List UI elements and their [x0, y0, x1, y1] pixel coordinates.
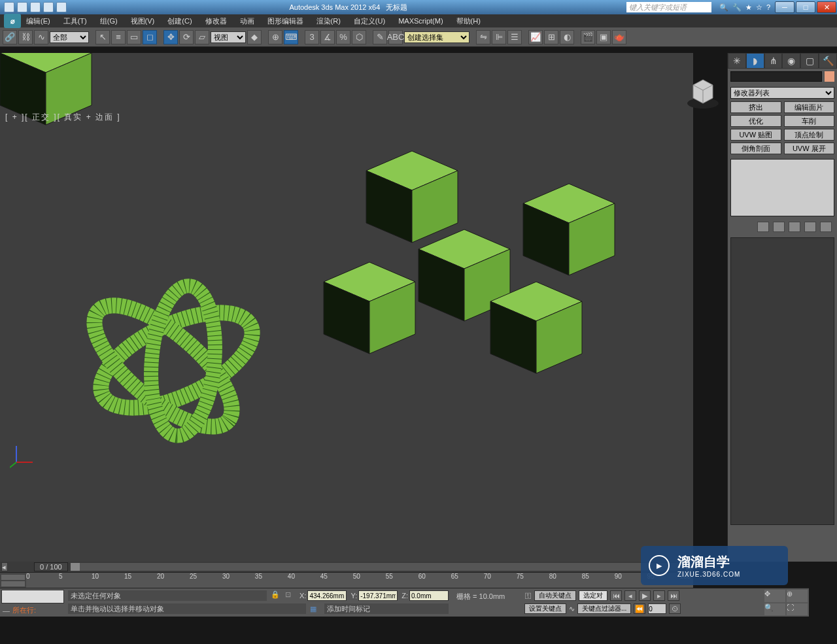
goto-start-icon[interactable]: ⏮	[610, 590, 622, 601]
menu-tools[interactable]: 工具(T)	[63, 16, 87, 26]
favorite-icon[interactable]: ☆	[756, 3, 762, 12]
next-frame-icon[interactable]: ▸	[653, 590, 665, 601]
align-icon[interactable]: ⊫	[492, 30, 506, 44]
prev-frame-icon[interactable]: ◂	[624, 590, 636, 601]
remove-mod-icon[interactable]	[804, 222, 816, 232]
tab-modify-icon[interactable]: ◗	[746, 53, 764, 69]
render-setup-icon[interactable]: 🎬	[581, 30, 595, 44]
set-key-button[interactable]: 设置关键点	[524, 603, 566, 614]
material-editor-icon[interactable]: ◐	[560, 30, 574, 44]
arc-rotate-icon[interactable]: ⊕	[787, 590, 808, 602]
new-icon[interactable]	[4, 2, 14, 12]
key-mode-icon[interactable]: ∿	[569, 605, 575, 613]
track-mini-icon[interactable]	[1, 575, 25, 580]
lock2-icon[interactable]: ⊡	[285, 590, 296, 601]
maximize-button[interactable]: □	[796, 1, 815, 13]
modifier-stack[interactable]	[730, 159, 834, 216]
rollout-area[interactable]	[730, 237, 834, 525]
select-name-icon[interactable]: ≡	[111, 30, 126, 44]
tab-hierarchy-icon[interactable]: ⋔	[764, 53, 783, 69]
redo-icon[interactable]	[56, 2, 67, 12]
manipulate-icon[interactable]: ⊕	[268, 30, 282, 44]
menu-graph[interactable]: 图形编辑器	[267, 16, 303, 26]
spinner-snap-icon[interactable]: ⬡	[352, 30, 366, 44]
keyboard-shortcuts-icon[interactable]: ⌨	[284, 30, 298, 44]
menu-create[interactable]: 创建(C)	[167, 16, 192, 26]
x-coord-input[interactable]	[307, 590, 347, 601]
mod-uvwunwrap-button[interactable]: UVW 展开	[784, 143, 835, 154]
pin-stack-icon[interactable]	[757, 222, 769, 232]
close-button[interactable]: ✕	[817, 1, 836, 13]
ref-coord-system[interactable]: 视图	[211, 31, 246, 43]
select-rect-icon[interactable]: ▭	[127, 30, 141, 44]
binoculars-icon[interactable]: 🔍	[719, 3, 728, 12]
search-input[interactable]: 键入关键字或短语	[626, 2, 711, 12]
help-icon[interactable]: ?	[766, 3, 770, 12]
maximize-viewport-icon[interactable]: ⛶	[787, 603, 808, 616]
track-filter-icon[interactable]	[1, 581, 25, 586]
select-icon[interactable]: ↖	[95, 30, 110, 44]
add-time-tag[interactable]: 添加时间标记	[324, 603, 449, 614]
z-coord-input[interactable]	[409, 590, 449, 601]
link-icon[interactable]: 🔗	[3, 30, 17, 44]
mod-extrude-button[interactable]: 挤出	[730, 101, 781, 113]
key-icon[interactable]: ⚿	[524, 592, 532, 600]
wrench-icon[interactable]: 🔧	[732, 3, 742, 12]
tab-utilities-icon[interactable]: 🔨	[819, 53, 837, 69]
pan-icon[interactable]: ✥	[764, 590, 785, 602]
menu-help[interactable]: 帮助(H)	[456, 16, 481, 26]
pivot-icon[interactable]: ◆	[247, 30, 262, 44]
tab-display-icon[interactable]: ▢	[800, 53, 819, 69]
tab-motion-icon[interactable]: ◉	[782, 53, 800, 69]
render-frame-icon[interactable]: ▣	[596, 30, 611, 44]
curve-editor-icon[interactable]: 📈	[528, 30, 543, 44]
lock-icon[interactable]: 🔒	[271, 590, 281, 601]
menu-view[interactable]: 视图(V)	[131, 16, 155, 26]
edit-named-sel-icon[interactable]: ✎	[373, 30, 387, 44]
configure-icon[interactable]	[820, 222, 832, 232]
tab-create-icon[interactable]: ✳	[728, 53, 746, 69]
log-icon[interactable]: ▦	[310, 605, 320, 613]
autokey-toggle-big[interactable]	[1, 590, 64, 603]
render-icon[interactable]: 🫖	[612, 30, 626, 44]
show-end-icon[interactable]	[773, 222, 785, 232]
zoom-icon[interactable]: 🔍	[764, 603, 785, 616]
save-icon[interactable]	[30, 2, 41, 12]
timeline-ruler[interactable]: 0510152025303540455055606570758085909510…	[26, 573, 693, 588]
menu-render[interactable]: 渲染(R)	[316, 16, 341, 26]
menu-modifier[interactable]: 修改器	[205, 16, 227, 26]
percent-snap-icon[interactable]: %	[336, 30, 350, 44]
named-sel-icon[interactable]: ABC	[388, 30, 403, 44]
undo-icon[interactable]	[43, 2, 54, 12]
rotate-icon[interactable]: ⟳	[179, 30, 194, 44]
named-selection-set[interactable]: 创建选择集	[404, 31, 470, 43]
open-icon[interactable]	[17, 2, 27, 12]
menu-maxscript[interactable]: MAXScript(M)	[398, 17, 443, 25]
mod-uvwmap-button[interactable]: UVW 贴图	[730, 129, 781, 141]
y-coord-input[interactable]	[358, 590, 398, 601]
mod-vertexpaint-button[interactable]: 顶点绘制	[784, 129, 835, 141]
minimize-button[interactable]: ─	[775, 1, 794, 13]
snap-toggle-icon[interactable]: 3	[305, 30, 319, 44]
viewcube-icon[interactable]	[683, 72, 723, 111]
goto-end-icon[interactable]: ⏭	[668, 590, 679, 601]
mod-lathe-button[interactable]: 车削	[784, 115, 835, 127]
mirror-icon[interactable]: ⇋	[476, 30, 490, 44]
star-icon[interactable]: ★	[745, 3, 752, 12]
modifier-list-dropdown[interactable]: 修改器列表	[730, 87, 834, 99]
viewport-label[interactable]: [ + ][ 正交 ][ 真实 + 边面 ]	[5, 112, 121, 123]
selection-filter[interactable]: 全部	[50, 31, 89, 43]
mod-editpatch-button[interactable]: 编辑面片	[784, 101, 835, 113]
scale-icon[interactable]: ▱	[195, 30, 209, 44]
frame-indicator[interactable]: 0 / 100	[34, 562, 68, 571]
selected-button[interactable]: 选定对	[579, 590, 607, 601]
auto-key-button[interactable]: 自动关键点	[534, 590, 576, 601]
key-filter-button[interactable]: 关键点过滤器...	[577, 603, 631, 614]
unlink-icon[interactable]: ⛓	[18, 30, 33, 44]
viewport[interactable]: [ + ][ 正交 ][ 真实 + 边面 ]	[0, 53, 693, 562]
menu-group[interactable]: 组(G)	[100, 16, 118, 26]
menu-animation[interactable]: 动画	[240, 16, 254, 26]
select-window-icon[interactable]: ◻	[143, 30, 157, 44]
object-color-swatch[interactable]	[825, 71, 834, 82]
app-logo-icon[interactable]: ⌀	[4, 14, 21, 28]
